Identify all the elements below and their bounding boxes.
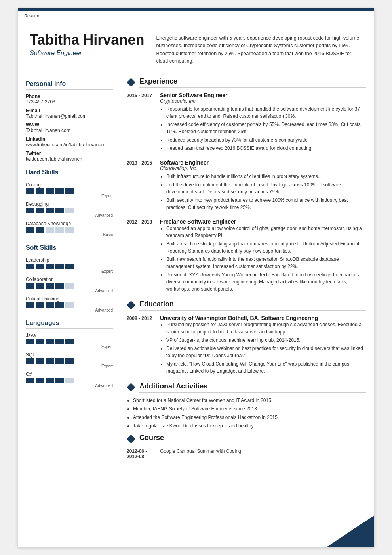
skill-bar-block [26, 358, 34, 364]
bullet-item: Built security into new product features… [166, 197, 366, 211]
skill-level: Expert [26, 344, 113, 349]
info-value: twitter.com/tabithahirvanen [26, 156, 113, 162]
skill-bar-block [36, 227, 44, 233]
skill-bar-block [65, 188, 74, 194]
experience-diamond-icon [127, 78, 135, 87]
bullet-item: President, XYZ University Young Women in… [166, 271, 366, 293]
skill-bar-block [46, 358, 54, 364]
skill-bar-block [26, 188, 34, 194]
info-value: www.linkedin.com/in/tabitha-hirvanen [26, 142, 113, 147]
skill-bar-block [55, 264, 64, 269]
skill-bar-block [26, 283, 34, 289]
skill-bar-block [65, 378, 74, 383]
skill-item: C# Advanced [26, 371, 113, 388]
education-diamond-icon [127, 301, 135, 310]
skill-bar-block [55, 378, 64, 383]
resume-label: Resume [18, 11, 374, 21]
exp-title: University of Washington Bothell, BA, So… [160, 315, 366, 321]
activities-title: Additional Activities [139, 382, 366, 393]
bullet-item: Built new search functionality into the … [166, 256, 366, 270]
bullet-item: Built infrastructure to handle millions … [166, 173, 366, 180]
skill-bar-block [36, 378, 44, 383]
skill-level: Advanced [26, 289, 113, 293]
exp-dates: 2012 - 2013 [127, 218, 154, 294]
skill-item: Coding Expert [26, 182, 113, 198]
experience-entry: 2008 - 2012 University of Washington Bot… [127, 315, 366, 376]
skill-bar-block [46, 208, 54, 213]
exp-title: Freelance Software Engineer [160, 218, 366, 225]
activities-diamond-icon [127, 383, 135, 392]
skill-bars [26, 227, 113, 233]
skill-bars [26, 378, 113, 383]
course-title: Course [139, 434, 366, 444]
bullet-item: Composed an app to allow voice control o… [166, 225, 366, 239]
skill-item: Database Knowledge Basic [26, 221, 113, 237]
skill-item: Debugging Advanced [26, 201, 113, 218]
skill-bar-block [65, 208, 74, 213]
experience-entry: 2012 - 2013 Freelance Software Engineer … [127, 218, 366, 294]
exp-bullets: Pursued my passion for Java server progr… [160, 321, 366, 375]
bullet-item: VP of Jugger-Is, the campus machine lear… [166, 337, 366, 344]
skill-bar-block [65, 227, 74, 233]
exp-title: Senior Software Engineer [160, 92, 366, 98]
skill-bar-block [46, 339, 54, 344]
skill-bar-block [65, 283, 74, 289]
skill-name: Debugging [26, 201, 113, 207]
course-dates: 2012-06 - 2012-08 [127, 448, 154, 459]
skill-level: Advanced [26, 383, 113, 388]
bullet-item: Led the drive to implement the Principle… [166, 181, 366, 195]
skill-bar-block [26, 208, 34, 213]
skill-level: Advanced [26, 308, 113, 312]
bottom-corner-decoration [327, 515, 374, 547]
bullet-item: Built a real time stock picking app that… [166, 240, 366, 255]
skill-bars [26, 283, 113, 289]
info-value: TabithaHirvanen.com [26, 128, 113, 133]
bullet-item: Reduced security breaches by 73% for all… [166, 136, 366, 144]
activity-item: Take regular Tae Kwon Do classes to keep… [133, 422, 366, 430]
skill-name: Java [26, 333, 113, 338]
header-left: Tabitha Hirvanen Software Engineer [30, 32, 144, 65]
top-bar [18, 8, 374, 11]
activity-item: Attended the Software Engineering Profes… [133, 414, 366, 421]
exp-content: Senior Software Engineer Cryptoconic, In… [160, 92, 366, 153]
bullet-item: Pursued my passion for Java server progr… [166, 321, 366, 335]
course-diamond-icon [127, 434, 135, 443]
experience-list: 2015 - 2017 Senior Software Engineer Cry… [127, 92, 366, 294]
skill-name: Collaboration [26, 277, 113, 282]
exp-dates: 2008 - 2012 [127, 315, 154, 376]
skill-bar-block [36, 339, 44, 344]
skill-name: Leadership [26, 257, 113, 263]
skill-item: Leadership Expert [26, 257, 113, 274]
education-title: Education [139, 300, 366, 311]
exp-company: Cloudwallop, Inc. [160, 166, 366, 171]
personal-info-list: Phone773-457-2703E-mailTabithaHirvanen@g… [26, 94, 113, 162]
skill-bar-block [36, 264, 44, 269]
skill-level: Advanced [26, 213, 113, 218]
skill-bars [26, 208, 113, 213]
soft-skills-title: Soft Skills [26, 244, 113, 253]
exp-bullets: Composed an app to allow voice control o… [160, 225, 366, 293]
skill-name: Database Knowledge [26, 221, 113, 226]
hard-skills-title: Hard Skills [26, 169, 113, 178]
activities-header: Additional Activities [127, 382, 366, 393]
exp-content: Freelance Software Engineer Composed an … [160, 218, 366, 294]
bullet-item: Delivered an actionable webinar on best … [166, 345, 366, 359]
skill-bar-block [55, 188, 64, 194]
skill-bar-block [46, 188, 54, 194]
skill-item: Java Expert [26, 333, 113, 349]
skill-bar-block [26, 302, 34, 308]
activities-list: Shortlisted for a National Center for Wo… [127, 397, 366, 430]
skill-name: SQL [26, 352, 113, 358]
activity-item: Shortlisted for a National Center for Wo… [133, 397, 366, 404]
skill-bar-block [65, 302, 74, 308]
skill-bar-block [46, 264, 54, 269]
course-list: 2012-06 - 2012-08 Google Campus: Summer … [127, 448, 366, 459]
exp-title: Software Engineer [160, 159, 366, 166]
experience-header: Experience [127, 77, 366, 88]
left-column: Personal Info Phone773-457-2703E-mailTab… [18, 73, 121, 471]
skill-bar-block [55, 358, 64, 364]
personal-info-item: Phone773-457-2703 [26, 94, 113, 105]
info-label: Phone [26, 94, 113, 99]
skill-bar-block [36, 283, 44, 289]
skill-bar-block [55, 283, 64, 289]
